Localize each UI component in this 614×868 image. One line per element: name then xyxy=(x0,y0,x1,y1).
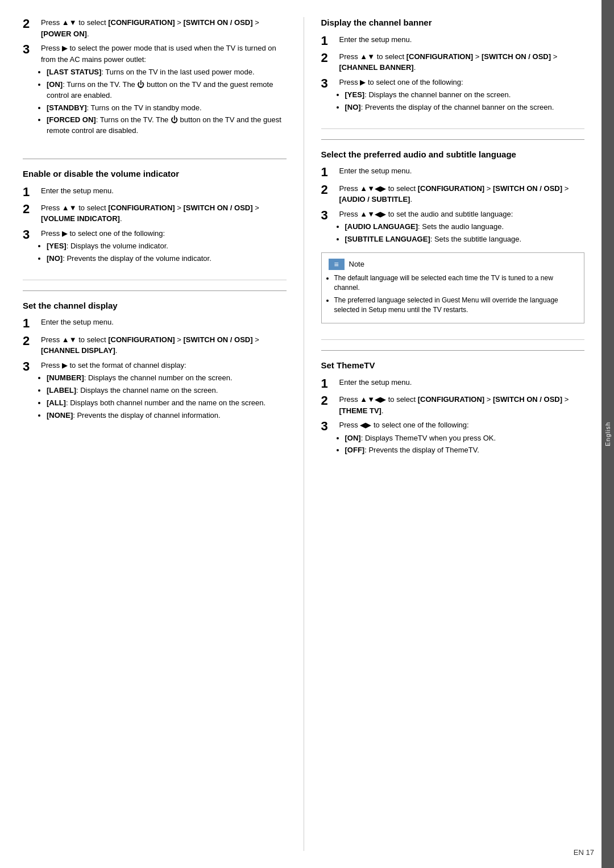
channel-display-section: Set the channel display 1 Enter the setu… xyxy=(23,300,287,437)
bullet-item: [NO]: Prevents the display of the channe… xyxy=(345,102,585,113)
bullet-item: [STANDBY]: Turns on the TV in standby mo… xyxy=(47,103,287,114)
step-text: Enter the setup menu. xyxy=(41,185,287,197)
bullet-item: [LAST STATUS]: Turns on the TV in the la… xyxy=(47,67,287,78)
section-divider xyxy=(321,350,585,351)
step-number: 3 xyxy=(23,228,41,242)
page-number: EN 17 xyxy=(574,848,594,857)
section-title: Enable or disable the volume indicator xyxy=(23,168,287,180)
step-text: Press ▲▼ to select [CONFIGURATION] > [SW… xyxy=(41,202,287,225)
step-3: 3 Press ◀▶ to select one of the followin… xyxy=(321,420,585,458)
step-number: 2 xyxy=(321,183,339,197)
step-2: 2 Press ▲▼ to select [CONFIGURATION] > [… xyxy=(23,202,287,225)
step-2-top: 2 Press ▲▼ to select [CONFIGURATION] > [… xyxy=(23,17,287,39)
left-column: 2 Press ▲▼ to select [CONFIGURATION] > [… xyxy=(23,17,304,851)
channel-banner-section: Display the channel banner 1 Enter the s… xyxy=(321,17,585,129)
note-label: Note xyxy=(349,260,364,268)
theme-tv-section: Set ThemeTV 1 Enter the setup menu. 2 Pr… xyxy=(321,360,585,471)
bullet-list: [LAST STATUS]: Turns on the TV in the la… xyxy=(47,67,287,136)
section-divider xyxy=(23,159,287,159)
bullet-item: [FORCED ON]: Turns on the TV. The ⏻ butt… xyxy=(47,115,287,136)
step-3: 3 Press ▶ to select one of the following… xyxy=(23,228,287,266)
bullet-list: [NUMBER]: Displays the channel number on… xyxy=(47,373,287,421)
step-text: Press ▶ to set the format of channel dis… xyxy=(41,360,287,423)
step-number: 3 xyxy=(23,360,41,373)
note-item: The default language will be selected ea… xyxy=(334,273,578,293)
section-title: Display the channel banner xyxy=(321,17,585,28)
step-text: Press ▶ to select one of the following: … xyxy=(339,77,585,115)
bullet-item: [NO]: Prevents the display of the volume… xyxy=(47,254,287,264)
step-2: 2 Press ▲▼ to select [CONFIGURATION] > [… xyxy=(321,51,585,73)
volume-indicator-section: Enable or disable the volume indicator 1… xyxy=(23,168,287,280)
section-divider xyxy=(23,290,287,291)
step-text: Press ◀▶ to select one of the following:… xyxy=(339,420,585,458)
step-text: Press ▲▼◀▶ to set the audio and subtitle… xyxy=(339,209,585,247)
step-text: Press ▲▼◀▶ to select [CONFIGURATION] > [… xyxy=(339,394,585,416)
step-1: 1 Enter the setup menu. xyxy=(321,34,585,48)
step-3: 3 Press ▲▼◀▶ to set the audio and subtit… xyxy=(321,209,585,247)
step-text: Press ▲▼ to select [CONFIGURATION] > [SW… xyxy=(339,51,585,73)
note-item: The preferred language selected in Guest… xyxy=(334,296,578,315)
bullet-item: [NONE]: Prevents the display of channel … xyxy=(47,410,287,421)
step-number: 2 xyxy=(23,17,41,31)
step-number: 1 xyxy=(321,165,339,179)
step-3: 3 Press ▶ to set the format of channel d… xyxy=(23,360,287,423)
page: 2 Press ▲▼ to select [CONFIGURATION] > [… xyxy=(0,0,614,868)
bullet-list: [AUDIO LANGUAGE]: Sets the audio languag… xyxy=(345,222,585,245)
main-content: 2 Press ▲▼ to select [CONFIGURATION] > [… xyxy=(0,0,601,868)
language-tab: English xyxy=(601,0,614,868)
step-number: 2 xyxy=(23,202,41,216)
note-header: Note xyxy=(329,259,578,270)
bullet-item: [YES]: Displays the volume indicator. xyxy=(47,241,287,252)
bullet-item: [YES]: Displays the channel banner on th… xyxy=(345,90,585,101)
step-text: Press ▶ to select one of the following: … xyxy=(41,228,287,266)
bullet-item: [OFF]: Prevents the display of ThemeTV. xyxy=(345,445,585,456)
step-number: 2 xyxy=(321,51,339,65)
step-1: 1 Enter the setup menu. xyxy=(23,317,287,330)
bullet-list: [YES]: Displays the volume indicator. [N… xyxy=(47,241,287,264)
step-2: 2 Press ▲▼◀▶ to select [CONFIGURATION] >… xyxy=(321,394,585,416)
step-number: 3 xyxy=(23,43,41,56)
step-text: Enter the setup menu. xyxy=(339,34,585,45)
step-2: 2 Press ▲▼ to select [CONFIGURATION] > [… xyxy=(23,334,287,356)
step-1: 1 Enter the setup menu. xyxy=(321,377,585,391)
bullet-item: [ON]: Turns on the TV. The ⏻ button on t… xyxy=(47,80,287,101)
bullet-item: [AUDIO LANGUAGE]: Sets the audio languag… xyxy=(345,222,585,232)
audio-subtitle-section: Select the preferred audio and subtitle … xyxy=(321,149,585,340)
bullet-list: [ON]: Displays ThemeTV when you press OK… xyxy=(345,433,585,456)
step-number: 2 xyxy=(321,394,339,408)
bullet-item: [NUMBER]: Displays the channel number on… xyxy=(47,373,287,384)
step-number: 1 xyxy=(321,377,339,391)
note-icon xyxy=(329,259,345,270)
bullet-list: [YES]: Displays the channel banner on th… xyxy=(345,90,585,113)
step-3-top: 3 Press ▶ to select the power mode that … xyxy=(23,43,287,138)
note-box: Note The default language will be select… xyxy=(321,252,585,324)
step-text: Press ▶ to select the power mode that is… xyxy=(41,43,287,138)
right-column: Display the channel banner 1 Enter the s… xyxy=(304,17,585,851)
step-number: 3 xyxy=(321,77,339,90)
step-number: 1 xyxy=(321,34,339,48)
step-number: 1 xyxy=(23,185,41,199)
step-text: Enter the setup menu. xyxy=(339,377,585,388)
section-title: Select the preferred audio and subtitle … xyxy=(321,149,585,160)
step-text: Press ▲▼◀▶ to select [CONFIGURATION] > [… xyxy=(339,183,585,205)
bullet-item: [ON]: Displays ThemeTV when you press OK… xyxy=(345,433,585,444)
bullet-item: [SUBTITLE LANGUAGE]: Sets the subtitle l… xyxy=(345,234,585,245)
step-number: 3 xyxy=(321,420,339,433)
step-text: Press ▲▼ to select [CONFIGURATION] > [SW… xyxy=(41,334,287,356)
section-title: Set the channel display xyxy=(23,300,287,312)
note-list: The default language will be selected ea… xyxy=(334,273,578,315)
step-number: 3 xyxy=(321,209,339,222)
section-title: Set ThemeTV xyxy=(321,360,585,371)
bullet-item: [LABEL]: Displays the channel name on th… xyxy=(47,385,287,396)
top-continuing-section: 2 Press ▲▼ to select [CONFIGURATION] > [… xyxy=(23,17,287,149)
step-text: Enter the setup menu. xyxy=(339,165,585,177)
step-number: 1 xyxy=(23,317,41,330)
step-3: 3 Press ▶ to select one of the following… xyxy=(321,77,585,115)
section-divider xyxy=(321,139,585,140)
step-2: 2 Press ▲▼◀▶ to select [CONFIGURATION] >… xyxy=(321,183,585,205)
step-1: 1 Enter the setup menu. xyxy=(321,165,585,179)
step-number: 2 xyxy=(23,334,41,348)
step-1: 1 Enter the setup menu. xyxy=(23,185,287,199)
step-text: Press ▲▼ to select [CONFIGURATION] > [SW… xyxy=(41,17,287,39)
step-text: Enter the setup menu. xyxy=(41,317,287,328)
